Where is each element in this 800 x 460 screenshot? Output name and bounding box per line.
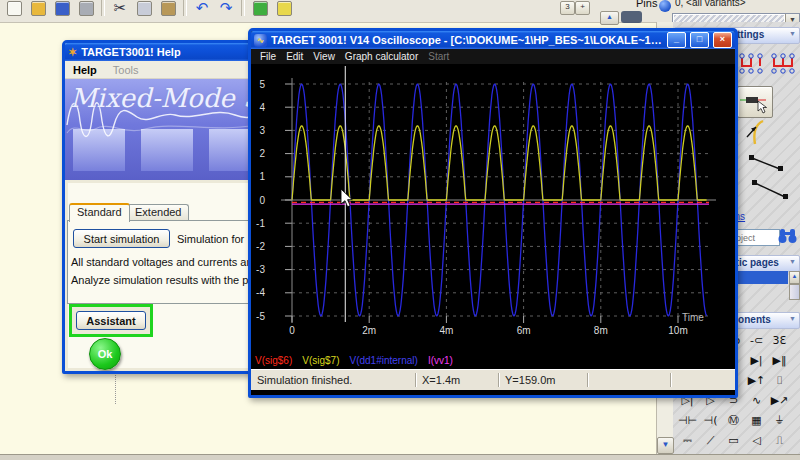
svg-text:8m: 8m: [594, 325, 608, 336]
list-scroll-up-button[interactable]: ▲: [789, 271, 800, 284]
scroll-up-button[interactable]: ▲: [600, 11, 619, 25]
menu-file[interactable]: File: [255, 51, 281, 62]
led-icon[interactable]: ▶↑: [745, 370, 768, 390]
toolbar-separator: [101, 0, 105, 16]
battery-icon[interactable]: ⎓: [676, 430, 699, 450]
crystal-icon[interactable]: ⎍: [768, 430, 791, 450]
pins-help-icon[interactable]: [659, 0, 671, 12]
oscilloscope-titlebar[interactable]: ∿ TARGET 3001! V14 Oscilloscope - [C:\DO…: [251, 31, 735, 49]
maximize-button[interactable]: □: [690, 32, 709, 48]
toolbar-separator: [183, 0, 187, 16]
help-window-titlebar[interactable]: ✶ TARGET3001! Help: [65, 43, 258, 61]
menu-view[interactable]: View: [308, 51, 340, 62]
cut-icon[interactable]: ✂: [108, 0, 132, 19]
toolbar-separator: [241, 0, 245, 16]
open-folder-icon[interactable]: [26, 0, 50, 19]
close-button[interactable]: ×: [713, 32, 732, 48]
menu-help[interactable]: Help: [73, 64, 97, 76]
bridge-diode-icon[interactable]: ▶‖: [768, 350, 791, 370]
status-empty: [587, 373, 670, 387]
svg-text:-1: -1: [256, 218, 265, 229]
menu-start[interactable]: Start: [423, 51, 454, 62]
help-window-title: TARGET3001! Help: [81, 46, 255, 58]
scroll-down-button[interactable]: ▼: [657, 437, 674, 454]
bottom-statusbar: [0, 454, 800, 460]
mini-button-2[interactable]: +: [575, 1, 590, 15]
source01-icon[interactable]: ∿: [745, 390, 768, 410]
help-menubar: Help Tools: [65, 61, 258, 79]
simulation-for-label: Simulation for: [177, 233, 244, 245]
motor-icon[interactable]: Ⓜ: [722, 410, 745, 430]
segment-tool-icon[interactable]: [749, 178, 793, 204]
svg-text:-3: -3: [256, 264, 265, 275]
panel-grip[interactable]: [621, 11, 642, 23]
svg-text:-4: -4: [256, 287, 265, 298]
svg-text:1: 1: [259, 171, 265, 182]
banner-title: Mixed-Mode Si: [70, 83, 258, 113]
list-scroll-thumb[interactable]: [789, 284, 800, 300]
diode-icon[interactable]: ▶|: [745, 350, 768, 370]
fuse-icon[interactable]: ⌷: [768, 370, 791, 390]
settings-header-label: ttings: [737, 29, 764, 40]
menu-graph-calculator[interactable]: Graph calculator: [340, 51, 423, 62]
oscilloscope-window-title: TARGET 3001! V14 Oscilloscope - [C:\DOKU…: [271, 34, 663, 46]
start-simulation-button[interactable]: Start simulation: [73, 229, 170, 248]
capacitor-icon[interactable]: ⊣⊢: [676, 410, 699, 430]
application-screen: ✂↶↷ 3 + Pins 0, <all variants> ▲ ▼ ▼ tti…: [0, 0, 800, 460]
mini-button-1[interactable]: 3: [560, 1, 575, 15]
undo-icon[interactable]: ↶: [190, 0, 214, 19]
oscilloscope-plot[interactable]: 543210-1-2-3-4-502m4m6m8m10mTime V(sig$6…: [251, 64, 729, 369]
bus-wire-icon[interactable]: [770, 50, 797, 78]
help-window-icon: ✶: [68, 46, 77, 59]
save-icon[interactable]: [50, 0, 74, 19]
paste-icon[interactable]: [156, 0, 180, 19]
help-text-line2: Analyze simulation results with the post…: [71, 274, 261, 286]
help-window: ✶ TARGET3001! Help Help Tools Mixed-Mode…: [62, 40, 261, 374]
svg-text:0: 0: [259, 195, 265, 206]
chevron-down-icon[interactable]: ▼: [789, 258, 796, 265]
legend-ivv1[interactable]: I(vv1): [428, 355, 453, 366]
svg-text:10m: 10m: [668, 325, 687, 336]
menu-tools[interactable]: Tools: [113, 64, 139, 76]
polarized-capacitor-icon[interactable]: ⊣(: [699, 410, 722, 430]
copy-icon[interactable]: [132, 0, 156, 19]
svg-text:0: 0: [289, 325, 295, 336]
project-search-input[interactable]: [733, 229, 780, 246]
svg-text:6m: 6m: [517, 325, 531, 336]
segment-tool-icon[interactable]: [747, 154, 787, 176]
redo-icon[interactable]: ↷: [214, 0, 238, 19]
binoculars-search-icon[interactable]: [777, 227, 799, 246]
legend-vsig7[interactable]: V(sig$7): [302, 355, 339, 366]
assistant-button[interactable]: Assistant: [76, 311, 146, 330]
ok-button[interactable]: Ok: [89, 338, 121, 370]
switch-icon[interactable]: ⟋: [699, 430, 722, 450]
photodiode-icon[interactable]: ▶↗: [768, 390, 791, 410]
tab-standard[interactable]: Standard: [69, 203, 130, 222]
chevron-down-icon[interactable]: ▼: [789, 315, 796, 322]
curve-tool-icon[interactable]: [743, 118, 768, 147]
svg-text:2: 2: [259, 148, 265, 159]
relay-icon[interactable]: ▭: [722, 430, 745, 450]
pins-label: Pins: [636, 0, 657, 9]
new-file-icon[interactable]: [2, 0, 26, 19]
chevron-down-icon[interactable]: ▼: [789, 30, 796, 37]
place-component-button[interactable]: [737, 86, 773, 118]
pcb-icon[interactable]: [248, 0, 272, 19]
transformer-icon[interactable]: 3Ɛ: [768, 330, 791, 350]
speaker-icon[interactable]: ◁: [745, 430, 768, 450]
component-icon[interactable]: [272, 0, 296, 19]
plug-icon[interactable]: -⊂: [745, 330, 768, 350]
legend-vdd1internal[interactable]: V(dd1#internal): [350, 355, 418, 366]
variants-text: 0, <all variants>: [675, 0, 746, 8]
ground-icon[interactable]: ⏚: [768, 410, 791, 430]
waveform-graph[interactable]: 543210-1-2-3-4-502m4m6m8m10mTime: [251, 64, 729, 352]
legend-vsig6[interactable]: V(sig$6): [255, 355, 292, 366]
minimize-button[interactable]: _: [667, 32, 686, 48]
help-text-line1: All standard voltages and currents are s…: [71, 256, 261, 268]
svg-text:Time: Time: [682, 312, 704, 323]
print-icon[interactable]: [74, 0, 98, 19]
display-icon[interactable]: ▦: [745, 410, 768, 430]
bus-wire-icon[interactable]: [738, 50, 765, 78]
menu-edit[interactable]: Edit: [281, 51, 308, 62]
svg-text:5: 5: [259, 79, 265, 90]
